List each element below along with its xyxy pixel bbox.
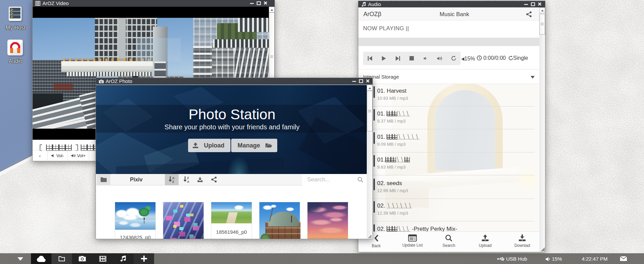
svg-text:Z: Z [187, 176, 189, 180]
svg-text:A: A [187, 180, 189, 183]
svg-text:A: A [172, 176, 175, 180]
svg-text:Z: Z [172, 180, 174, 183]
